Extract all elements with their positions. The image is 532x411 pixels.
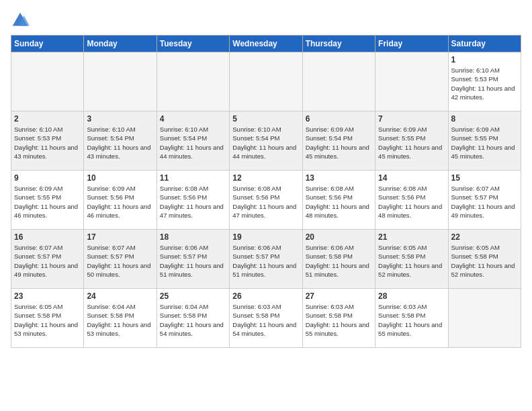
day-detail: Sunrise: 6:07 AM Sunset: 5:57 PM Dayligh… (451, 184, 518, 220)
day-cell (157, 52, 229, 111)
day-detail: Sunrise: 6:03 AM Sunset: 5:58 PM Dayligh… (306, 302, 372, 338)
day-cell: 21Sunrise: 6:05 AM Sunset: 5:58 PM Dayli… (375, 230, 448, 289)
day-cell: 4Sunrise: 6:10 AM Sunset: 5:54 PM Daylig… (157, 111, 229, 171)
column-header-thursday: Thursday (302, 36, 375, 52)
day-number: 21 (378, 232, 445, 242)
day-cell: 25Sunrise: 6:04 AM Sunset: 5:58 PM Dayli… (157, 289, 229, 348)
day-number: 23 (14, 291, 81, 301)
day-number: 16 (14, 232, 81, 242)
page-header (11, 11, 521, 30)
day-number: 1 (451, 55, 518, 64)
day-cell: 10Sunrise: 6:09 AM Sunset: 5:56 PM Dayli… (84, 171, 157, 230)
day-detail: Sunrise: 6:10 AM Sunset: 5:53 PM Dayligh… (14, 125, 81, 161)
day-cell: 3Sunrise: 6:10 AM Sunset: 5:54 PM Daylig… (84, 111, 157, 171)
column-header-monday: Monday (84, 36, 157, 52)
day-detail: Sunrise: 6:05 AM Sunset: 5:58 PM Dayligh… (451, 243, 518, 279)
day-number: 9 (14, 173, 81, 183)
day-cell: 16Sunrise: 6:07 AM Sunset: 5:57 PM Dayli… (11, 230, 84, 289)
day-cell: 9Sunrise: 6:09 AM Sunset: 5:55 PM Daylig… (11, 171, 84, 230)
day-number: 7 (378, 114, 445, 124)
header-row: SundayMondayTuesdayWednesdayThursdayFrid… (11, 36, 521, 52)
day-number: 24 (87, 291, 153, 301)
column-header-saturday: Saturday (448, 36, 521, 52)
day-number: 19 (232, 232, 299, 242)
column-header-sunday: Sunday (11, 36, 84, 52)
day-cell: 12Sunrise: 6:08 AM Sunset: 5:56 PM Dayli… (230, 171, 302, 230)
day-number: 10 (87, 173, 153, 183)
day-cell: 1Sunrise: 6:10 AM Sunset: 5:53 PM Daylig… (448, 52, 521, 111)
day-cell (11, 52, 84, 111)
week-row-2: 2Sunrise: 6:10 AM Sunset: 5:53 PM Daylig… (11, 111, 521, 171)
day-number: 2 (14, 114, 81, 124)
day-cell: 6Sunrise: 6:09 AM Sunset: 5:54 PM Daylig… (302, 111, 375, 171)
day-detail: Sunrise: 6:10 AM Sunset: 5:54 PM Dayligh… (160, 125, 226, 161)
day-detail: Sunrise: 6:04 AM Sunset: 5:58 PM Dayligh… (160, 302, 226, 338)
day-number: 17 (87, 232, 153, 242)
day-detail: Sunrise: 6:05 AM Sunset: 5:58 PM Dayligh… (378, 243, 445, 279)
day-detail: Sunrise: 6:09 AM Sunset: 5:55 PM Dayligh… (14, 184, 81, 220)
day-number: 5 (232, 114, 299, 124)
day-cell: 20Sunrise: 6:06 AM Sunset: 5:58 PM Dayli… (302, 230, 375, 289)
day-detail: Sunrise: 6:03 AM Sunset: 5:58 PM Dayligh… (378, 302, 445, 338)
day-cell: 5Sunrise: 6:10 AM Sunset: 5:54 PM Daylig… (230, 111, 302, 171)
day-detail: Sunrise: 6:06 AM Sunset: 5:57 PM Dayligh… (160, 243, 226, 279)
day-detail: Sunrise: 6:07 AM Sunset: 5:57 PM Dayligh… (14, 243, 81, 279)
day-detail: Sunrise: 6:08 AM Sunset: 5:56 PM Dayligh… (160, 184, 226, 220)
day-number: 3 (87, 114, 153, 124)
day-number: 6 (306, 114, 372, 124)
column-header-friday: Friday (375, 36, 448, 52)
day-cell (230, 52, 302, 111)
day-cell (302, 52, 375, 111)
day-number: 14 (378, 173, 445, 183)
day-cell (448, 289, 521, 348)
week-row-4: 16Sunrise: 6:07 AM Sunset: 5:57 PM Dayli… (11, 230, 521, 289)
day-cell: 28Sunrise: 6:03 AM Sunset: 5:58 PM Dayli… (375, 289, 448, 348)
day-cell (375, 52, 448, 111)
week-row-3: 9Sunrise: 6:09 AM Sunset: 5:55 PM Daylig… (11, 171, 521, 230)
day-detail: Sunrise: 6:06 AM Sunset: 5:58 PM Dayligh… (306, 243, 372, 279)
day-detail: Sunrise: 6:10 AM Sunset: 5:53 PM Dayligh… (451, 66, 518, 101)
day-number: 28 (378, 291, 445, 301)
day-cell: 11Sunrise: 6:08 AM Sunset: 5:56 PM Dayli… (157, 171, 229, 230)
day-cell: 8Sunrise: 6:09 AM Sunset: 5:55 PM Daylig… (448, 111, 521, 171)
day-cell: 19Sunrise: 6:06 AM Sunset: 5:57 PM Dayli… (230, 230, 302, 289)
day-number: 20 (306, 232, 372, 242)
day-cell: 18Sunrise: 6:06 AM Sunset: 5:57 PM Dayli… (157, 230, 229, 289)
column-header-wednesday: Wednesday (230, 36, 302, 52)
day-detail: Sunrise: 6:10 AM Sunset: 5:54 PM Dayligh… (232, 125, 299, 161)
day-detail: Sunrise: 6:04 AM Sunset: 5:58 PM Dayligh… (87, 302, 153, 338)
day-number: 25 (160, 291, 226, 301)
day-cell: 13Sunrise: 6:08 AM Sunset: 5:56 PM Dayli… (302, 171, 375, 230)
day-number: 15 (451, 173, 518, 183)
day-cell (84, 52, 157, 111)
day-number: 18 (160, 232, 226, 242)
day-detail: Sunrise: 6:10 AM Sunset: 5:54 PM Dayligh… (87, 125, 153, 161)
day-cell: 15Sunrise: 6:07 AM Sunset: 5:57 PM Dayli… (448, 171, 521, 230)
day-cell: 17Sunrise: 6:07 AM Sunset: 5:57 PM Dayli… (84, 230, 157, 289)
day-cell: 23Sunrise: 6:05 AM Sunset: 5:58 PM Dayli… (11, 289, 84, 348)
day-detail: Sunrise: 6:09 AM Sunset: 5:54 PM Dayligh… (306, 125, 372, 161)
day-cell: 14Sunrise: 6:08 AM Sunset: 5:56 PM Dayli… (375, 171, 448, 230)
day-cell: 24Sunrise: 6:04 AM Sunset: 5:58 PM Dayli… (84, 289, 157, 348)
day-cell: 7Sunrise: 6:09 AM Sunset: 5:55 PM Daylig… (375, 111, 448, 171)
day-detail: Sunrise: 6:06 AM Sunset: 5:57 PM Dayligh… (232, 243, 299, 279)
day-detail: Sunrise: 6:08 AM Sunset: 5:56 PM Dayligh… (306, 184, 372, 220)
day-detail: Sunrise: 6:09 AM Sunset: 5:55 PM Dayligh… (378, 125, 445, 161)
calendar-table: SundayMondayTuesdayWednesdayThursdayFrid… (11, 35, 521, 348)
day-detail: Sunrise: 6:05 AM Sunset: 5:58 PM Dayligh… (14, 302, 81, 338)
day-detail: Sunrise: 6:07 AM Sunset: 5:57 PM Dayligh… (87, 243, 153, 279)
day-number: 12 (232, 173, 299, 183)
day-cell: 26Sunrise: 6:03 AM Sunset: 5:58 PM Dayli… (230, 289, 302, 348)
day-detail: Sunrise: 6:08 AM Sunset: 5:56 PM Dayligh… (232, 184, 299, 220)
column-header-tuesday: Tuesday (157, 36, 229, 52)
day-number: 8 (451, 114, 518, 124)
day-cell: 22Sunrise: 6:05 AM Sunset: 5:58 PM Dayli… (448, 230, 521, 289)
logo (11, 11, 32, 30)
day-detail: Sunrise: 6:09 AM Sunset: 5:56 PM Dayligh… (87, 184, 153, 220)
day-detail: Sunrise: 6:09 AM Sunset: 5:55 PM Dayligh… (451, 125, 518, 161)
day-number: 11 (160, 173, 226, 183)
logo-icon (11, 11, 30, 30)
week-row-1: 1Sunrise: 6:10 AM Sunset: 5:53 PM Daylig… (11, 52, 521, 111)
day-number: 26 (232, 291, 299, 301)
day-detail: Sunrise: 6:08 AM Sunset: 5:56 PM Dayligh… (378, 184, 445, 220)
